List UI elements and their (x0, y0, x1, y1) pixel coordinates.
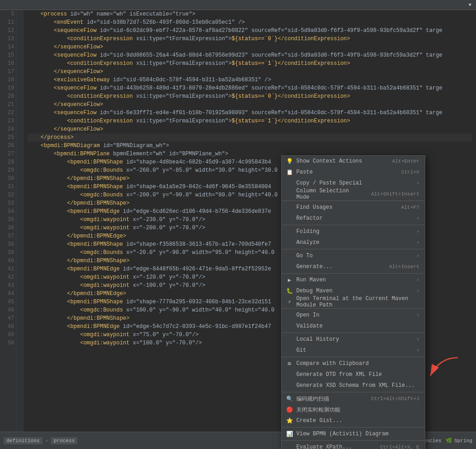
git-arrow-icon: › (416, 348, 419, 353)
menu-divider (282, 249, 425, 249)
menu-item-view-bpmn[interactable]: 📊View BPMN (Activiti) Diagram (282, 428, 425, 439)
spring-icon: 🌿 (446, 438, 452, 444)
context-menu: 💡Show Context ActionsAlt+Enter📋PasteCtrl… (281, 155, 425, 449)
run-maven-label: Run Maven (296, 277, 414, 283)
run-maven-arrow-icon: › (416, 277, 419, 283)
open-terminal-label: Open Terminal at the Current Maven Modul… (296, 296, 419, 308)
code-line[interactable]: </process> (27, 133, 472, 142)
menu-item-generate[interactable]: Generate...Alt+Insert (282, 261, 425, 272)
menu-item-analyze[interactable]: Analyze› (282, 237, 425, 248)
find-usages-icon (285, 203, 294, 211)
menu-item-debug-maven[interactable]: 🐛Debug Maven› (282, 285, 425, 296)
menu-item-create-gist[interactable]: ⭐Create Gist... (282, 415, 425, 426)
code-line[interactable]: <sequenceFlow id="sid-9dd08655-26a4-45ad… (27, 51, 472, 59)
title-bar-right: ▼ (465, 2, 471, 8)
spring-button[interactable]: 🌿 Spring (446, 438, 472, 444)
breadcrumb-sep: › (45, 438, 48, 444)
menu-item-open-in[interactable]: Open In› (282, 310, 425, 321)
code-line[interactable]: </sequenceFlow> (27, 125, 472, 133)
menu-divider (282, 273, 425, 274)
generate-dtd-label: Generate DTD from XML File (296, 371, 419, 378)
column-selection-mode-icon (285, 190, 294, 198)
code-line[interactable]: <sequenceFlow id="sid-443b6258-489d-41f3… (27, 84, 472, 92)
menu-item-folding[interactable]: Folding› (282, 226, 425, 237)
encode-scan-label: 编码规约扫描 (296, 395, 362, 403)
create-gist-icon: ⭐ (285, 417, 294, 425)
code-line[interactable]: <bpmdi:BPMNDiagram id="BPMNDiagram_wh"> (27, 142, 472, 150)
local-history-icon (285, 335, 294, 343)
code-line[interactable]: <conditionExpression xsi:type="tFormalEx… (27, 117, 472, 125)
open-terminal-icon: ⚡ (285, 298, 294, 306)
local-history-arrow-icon: › (416, 337, 419, 342)
view-bpmn-icon: 📊 (285, 430, 294, 438)
dropdown-icon[interactable]: ▼ (468, 2, 471, 8)
menu-item-local-history[interactable]: Local History› (282, 334, 425, 345)
folding-label: Folding (296, 228, 414, 235)
column-selection-mode-shortcut: Alt+Shift+Insert (371, 191, 419, 197)
breadcrumb: definitions › process (4, 437, 77, 444)
refactor-icon (285, 214, 294, 222)
compare-clipboard-label: Compare with Clipboard (296, 360, 419, 367)
go-to-arrow-icon: › (416, 253, 419, 259)
code-line[interactable]: <process id="wh" name="wh" isExecutable=… (27, 10, 472, 18)
menu-item-open-terminal[interactable]: ⚡Open Terminal at the Current Maven Modu… (282, 296, 425, 307)
menu-divider (282, 440, 425, 441)
menu-divider (282, 427, 425, 428)
menu-item-generate-dtd[interactable]: Generate DTD from XML File (282, 369, 425, 380)
code-line[interactable]: <sequenceFlow id="sid-6c02dc99-ebf7-422a… (27, 26, 472, 35)
analyze-icon (285, 238, 294, 247)
code-line[interactable]: <conditionExpression xsi:type="tFormalEx… (27, 59, 472, 68)
folding-icon (285, 227, 294, 236)
debug-maven-icon: 🐛 (285, 287, 294, 295)
menu-item-copy-paste-special[interactable]: Copy / Paste Special› (282, 178, 425, 189)
menu-item-column-selection-mode[interactable]: Column Selection ModeAlt+Shift+Insert (282, 189, 425, 200)
column-selection-mode-label: Column Selection Mode (296, 188, 362, 201)
breadcrumb-definitions[interactable]: definitions (4, 437, 43, 444)
code-line[interactable]: <exclusiveGateway id="sid-0584c0dc-578f-… (27, 76, 472, 84)
menu-item-refactor[interactable]: Refactor› (282, 213, 425, 224)
show-context-actions-shortcut: Alt+Enter (392, 158, 419, 164)
menu-item-encode-scan[interactable]: 🔍编码规约扫描Ctrl+Alt+Shift+J (282, 393, 425, 404)
copy-paste-special-arrow-icon: › (416, 180, 419, 186)
generate-label: Generate... (296, 264, 380, 270)
validate-icon (285, 322, 294, 330)
git-label: Git (296, 347, 414, 354)
code-line[interactable]: <sequenceFlow id="sid-6e33ff71-ed4e-4f01… (27, 109, 472, 117)
code-line[interactable]: <conditionExpression xsi:type="tFormalEx… (27, 35, 472, 43)
menu-divider (282, 392, 425, 392)
evaluate-xpath-icon (285, 443, 294, 449)
code-line[interactable]: </sequenceFlow> (27, 100, 472, 109)
menu-item-evaluate-xpath[interactable]: Evaluate XPath...Ctrl+Alt+X, E (282, 442, 425, 449)
menu-item-compare-clipboard[interactable]: ⊞Compare with Clipboard (282, 358, 425, 369)
evaluate-xpath-shortcut: Ctrl+Alt+X, E (380, 444, 419, 449)
show-context-actions-label: Show Context Actions (296, 158, 383, 164)
menu-item-paste[interactable]: 📋PasteCtrl+V (282, 167, 425, 178)
menu-item-run-maven[interactable]: ▶Run Maven› (282, 275, 425, 285)
menu-item-git[interactable]: Git› (282, 345, 425, 356)
menu-item-find-usages[interactable]: Find UsagesAlt+F7 (282, 202, 425, 213)
go-to-label: Go To (296, 253, 414, 259)
code-line[interactable]: </sequenceFlow> (27, 68, 472, 76)
debug-maven-label: Debug Maven (296, 288, 414, 294)
menu-item-close-monitor[interactable]: 🔴关闭实时检测功能 (282, 404, 425, 415)
menu-item-generate-xsd[interactable]: Generate XSD Schema from XML File... (282, 380, 425, 391)
refactor-label: Refactor (296, 215, 414, 222)
code-line[interactable]: </sequenceFlow> (27, 43, 472, 51)
open-in-icon (285, 311, 294, 319)
generate-dtd-icon (285, 370, 294, 379)
menu-divider (282, 225, 425, 225)
find-usages-shortcut: Alt+F7 (401, 205, 419, 210)
open-in-label: Open In (296, 312, 414, 318)
run-maven-icon: ▶ (285, 276, 294, 284)
open-in-arrow-icon: › (416, 312, 419, 318)
breadcrumb-process[interactable]: process (51, 437, 77, 444)
evaluate-xpath-label: Evaluate XPath... (296, 444, 371, 449)
menu-item-show-context-actions[interactable]: 💡Show Context ActionsAlt+Enter (282, 156, 425, 167)
gutter (16, 10, 24, 432)
code-line[interactable]: <conditionExpression xsi:type="tFormalEx… (27, 92, 472, 100)
code-line[interactable]: <endEvent id="sid-b38b72d7-526b-493f-860… (27, 18, 472, 26)
paste-shortcut: Ctrl+V (401, 169, 419, 175)
folding-arrow-icon: › (416, 229, 419, 234)
menu-item-validate[interactable]: Validate (282, 321, 425, 332)
menu-item-go-to[interactable]: Go To› (282, 250, 425, 261)
